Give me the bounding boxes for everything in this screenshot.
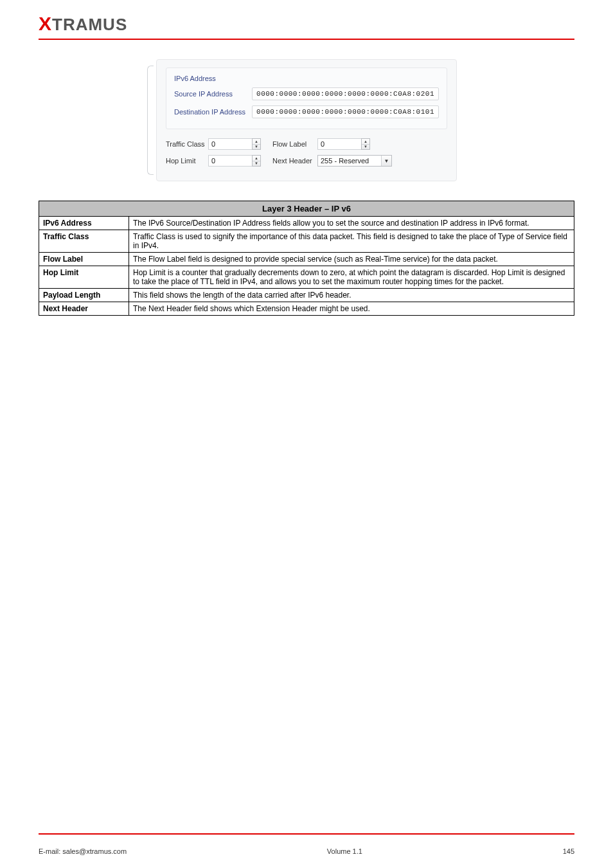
table-key: Flow Label [39, 253, 129, 266]
table-row: Traffic ClassTraffic Class is used to si… [39, 230, 574, 253]
table-row: IPv6 AddressThe IPv6 Source/Destination … [39, 217, 574, 230]
traffic-class-up-icon[interactable]: ▲ [253, 139, 260, 145]
config-panel: IPv6 Address Source IP Address 0000:0000… [156, 59, 457, 181]
table-key: Traffic Class [39, 230, 129, 253]
table-key: Next Header [39, 302, 129, 316]
flow-label-down-icon[interactable]: ▼ [362, 145, 369, 150]
ipv6-group-title: IPv6 Address [174, 75, 439, 82]
next-header-value: 255 - Reserved [318, 157, 381, 165]
hop-nextheader-row: Hop Limit ▲▼ Next Header 255 - Reserved … [166, 155, 447, 167]
destination-ip-row: Destination IP Address 0000:0000:0000:00… [174, 105, 439, 118]
bottom-divider [39, 833, 574, 835]
table-value: This field shows the length of the data … [129, 289, 574, 302]
destination-ip-input[interactable]: 0000:0000:0000:0000:0000:0000:C0A8:0101 [252, 105, 439, 118]
flow-label-stepper[interactable]: ▲▼ [317, 138, 370, 150]
chevron-down-icon[interactable]: ▼ [381, 156, 391, 166]
table-value: The Flow Label field is designed to prov… [129, 253, 574, 266]
flow-label-label: Flow Label [272, 140, 317, 148]
table-key: Hop Limit [39, 266, 129, 289]
flow-label-up-icon[interactable]: ▲ [362, 139, 369, 145]
footer-email: E-mail: sales@xtramus.com [39, 847, 127, 855]
source-ip-label: Source IP Address [174, 90, 252, 98]
source-ip-input[interactable]: 0000:0000:0000:0000:0000:0000:C0A8:0201 [252, 87, 439, 100]
traffic-flow-row: Traffic Class ▲▼ Flow Label ▲▼ [166, 138, 447, 150]
table-value: Hop Limit is a counter that gradually de… [129, 266, 574, 289]
hop-limit-input[interactable] [208, 155, 252, 167]
table-value: The IPv6 Source/Destination IP Address f… [129, 217, 574, 230]
hop-limit-label: Hop Limit [166, 157, 208, 165]
logo-x: X [39, 13, 52, 34]
ipv6-address-group: IPv6 Address Source IP Address 0000:0000… [166, 68, 447, 129]
table-key: IPv6 Address [39, 217, 129, 230]
hop-limit-stepper[interactable]: ▲▼ [208, 155, 261, 167]
flow-label-input[interactable] [317, 138, 361, 150]
brand-header: XTRAMUS [39, 13, 574, 35]
traffic-class-spin-buttons[interactable]: ▲▼ [252, 138, 261, 150]
source-ip-row: Source IP Address 0000:0000:0000:0000:00… [174, 87, 439, 100]
brand-logo: XTRAMUS [39, 13, 127, 35]
next-header-select[interactable]: 255 - Reserved ▼ [317, 155, 392, 167]
flow-label-spin-buttons[interactable]: ▲▼ [361, 138, 370, 150]
next-header-label: Next Header [272, 157, 317, 165]
traffic-class-input[interactable] [208, 138, 252, 150]
traffic-class-stepper[interactable]: ▲▼ [208, 138, 261, 150]
hop-limit-up-icon[interactable]: ▲ [253, 156, 260, 161]
hop-limit-spin-buttons[interactable]: ▲▼ [252, 155, 261, 167]
footer-version: Volume 1.1 [327, 847, 362, 855]
traffic-class-down-icon[interactable]: ▼ [253, 145, 260, 150]
table-value: The Next Header field shows which Extens… [129, 302, 574, 316]
table-key: Payload Length [39, 289, 129, 302]
description-table: Layer 3 Header – IP v6 IPv6 AddressThe I… [39, 201, 574, 316]
footer-page-number: 145 [563, 847, 574, 855]
page-footer: E-mail: sales@xtramus.com Volume 1.1 145 [39, 847, 574, 855]
table-row: Flow LabelThe Flow Label field is design… [39, 253, 574, 266]
hop-limit-down-icon[interactable]: ▼ [253, 161, 260, 167]
table-row: Next HeaderThe Next Header field shows w… [39, 302, 574, 316]
table-row: Payload LengthThis field shows the lengt… [39, 289, 574, 302]
top-divider [39, 39, 574, 40]
table-value: Traffic Class is used to signify the imp… [129, 230, 574, 253]
group-brace [147, 66, 154, 175]
traffic-class-label: Traffic Class [166, 140, 208, 148]
logo-rest: TRAMUS [52, 15, 127, 34]
table-header: Layer 3 Header – IP v6 [39, 201, 574, 217]
table-row: Hop LimitHop Limit is a counter that gra… [39, 266, 574, 289]
destination-ip-label: Destination IP Address [174, 108, 252, 116]
